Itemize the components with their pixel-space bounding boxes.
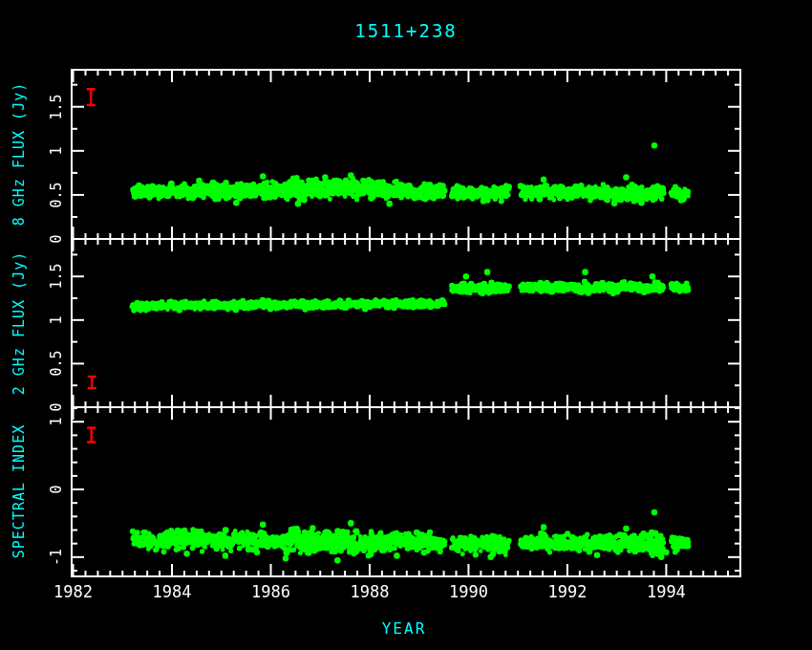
x-tick-label-1984: 1984 — [153, 582, 192, 601]
y-tick-label-flux-2ghz-1: 1 — [48, 315, 65, 324]
y-tick-label-flux-8ghz-1: 1 — [48, 146, 65, 155]
x-axis-label: YEAR — [382, 619, 427, 638]
x-tick-label-1988: 1988 — [350, 582, 389, 601]
page-title: 1511+238 — [354, 20, 458, 41]
y-tick-label-flux-8ghz-1.5: 1.5 — [48, 94, 65, 119]
y-tick-label-flux-8ghz-0.5: 0.5 — [48, 182, 65, 207]
y-tick-label-spectral-index-1: 1 — [48, 418, 65, 426]
x-tick-label-1994: 1994 — [647, 582, 686, 601]
x-tick-label-1986: 1986 — [251, 582, 290, 601]
y-tick-label-spectral-index--1: -1 — [48, 549, 65, 566]
y-tick-label-flux-8ghz-0: 0 — [48, 234, 65, 243]
y-tick-label-flux-2ghz-0.5: 0.5 — [48, 351, 65, 377]
light-curve-plot-window: 1511+238 YEAR 8 GHz FLUX (Jy) 2 GHz FLUX… — [0, 0, 812, 650]
x-tick-label-1992: 1992 — [547, 582, 587, 601]
y-tick-label-flux-2ghz-0: 0 — [48, 402, 65, 411]
y-axis-label-spectral-index: SPECTRAL INDEX — [11, 424, 28, 558]
x-tick-label-1982: 1982 — [53, 582, 93, 601]
y-axis-label-8ghz-flux: 8 GHz FLUX (Jy) — [11, 82, 28, 226]
y-tick-label-spectral-index-0: 0 — [48, 486, 65, 494]
y-axis-label-2ghz-flux: 2 GHz FLUX (Jy) — [11, 251, 28, 395]
plot-canvas — [0, 0, 812, 650]
y-tick-label-flux-2ghz-1.5: 1.5 — [48, 264, 65, 290]
x-tick-label-1990: 1990 — [449, 582, 488, 601]
